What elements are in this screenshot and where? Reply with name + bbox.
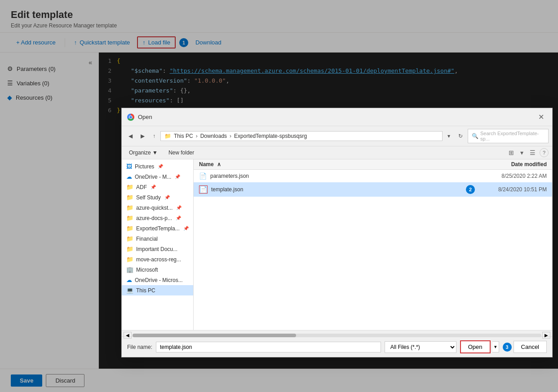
azure-quickst-icon: 📁 <box>126 204 133 211</box>
file-name-label: File name: <box>127 344 152 350</box>
folder-move-across[interactable]: 📁 move-across-reg... <box>122 254 193 264</box>
view-dropdown-button[interactable]: ▾ <box>518 148 526 157</box>
portal-background: Edit template Edit your Azure Resource M… <box>0 0 558 392</box>
dialog-action-bar: Organize ▼ New folder ⊞ ▾ ☰ ? <box>122 146 552 159</box>
path-bar: 📁 This PC › Downloads › ExportedTemplate… <box>160 131 443 141</box>
path-arrow-2: › <box>230 133 231 139</box>
onedrive-microsoft-icon: ☁ <box>126 277 132 283</box>
important-docs-icon: 📁 <box>126 246 133 252</box>
dialog-close-button[interactable]: ✕ <box>536 112 547 122</box>
step-3-badge: 3 <box>503 343 512 352</box>
template-file-icon: 📄 <box>199 185 208 194</box>
path-this-pc: This PC <box>174 133 193 139</box>
adf-icon: 📁 <box>126 184 133 190</box>
folder-pictures[interactable]: 🖼 Pictures 📌 <box>122 161 193 172</box>
folder-azure-quickst[interactable]: 📁 azure-quickst... 📌 <box>122 203 193 213</box>
chrome-icon <box>127 113 134 121</box>
folder-exported-template[interactable]: 📁 ExportedTempla... 📌 <box>122 223 193 233</box>
file-date-template: 8/24/2020 10:51 PM <box>475 186 547 193</box>
file-list-panel: Name ∧ Date modified 📄 parameters.json 8… <box>194 159 552 330</box>
dialog-nav-toolbar: ◀ ▶ ↑ 📁 This PC › Downloads › ExportedTe… <box>122 126 552 146</box>
horizontal-scrollbar[interactable]: ◀ ▶ <box>122 330 552 336</box>
refresh-button[interactable]: ↻ <box>455 131 466 141</box>
this-pc-icon: 💻 <box>126 287 133 294</box>
folder-this-pc[interactable]: 💻 This PC <box>122 285 193 295</box>
self-study-icon: 📁 <box>126 194 133 201</box>
file-name-template: template.json <box>211 186 464 193</box>
help-button[interactable]: ? <box>540 148 549 157</box>
step-2-badge: 2 <box>466 185 475 194</box>
folder-onedrive-microsoft[interactable]: ☁ OneDrive - Micros... <box>122 275 193 285</box>
dialog-body: 🖼 Pictures 📌 ☁ OneDrive - M... 📌 📁 ADF 📌… <box>122 159 552 330</box>
dialog-title: Open <box>138 114 152 120</box>
azure-docs-p-icon: 📁 <box>126 215 133 221</box>
file-type-select[interactable]: All Files (*.*) <box>385 341 456 353</box>
scroll-right-button[interactable]: ▶ <box>542 332 550 339</box>
view-buttons: ⊞ ▾ ☰ ? <box>506 148 549 157</box>
pictures-icon: 🖼 <box>126 163 132 170</box>
path-downloads: Downloads <box>200 133 227 139</box>
path-folder: ExportedTemplate-spsbusqsrg <box>234 133 307 139</box>
col-date-header[interactable]: Date modified <box>475 161 547 167</box>
financial-icon: 📁 <box>126 235 133 242</box>
folder-onedrive-m[interactable]: ☁ OneDrive - M... 📌 <box>122 172 193 182</box>
back-button[interactable]: ◀ <box>125 131 136 141</box>
folder-adf[interactable]: 📁 ADF 📌 <box>122 182 193 192</box>
folder-important-docs[interactable]: 📁 Important Docu... <box>122 244 193 254</box>
path-arrow-1: › <box>196 133 198 139</box>
onedrive-m-icon: ☁ <box>126 173 132 180</box>
folder-tree: 🖼 Pictures 📌 ☁ OneDrive - M... 📌 📁 ADF 📌… <box>122 159 194 330</box>
footer-buttons: Open ▾ 3 Cancel <box>460 340 547 353</box>
path-dropdown-button[interactable]: ▾ <box>444 131 453 141</box>
path-folder-icon: 📁 <box>164 133 171 139</box>
file-item-parameters[interactable]: 📄 parameters.json 8/25/2020 2:22 AM <box>194 170 552 182</box>
file-name-input[interactable] <box>156 342 381 352</box>
file-list-header: Name ∧ Date modified <box>194 159 552 170</box>
open-dropdown-button[interactable]: ▾ <box>492 341 499 352</box>
move-across-icon: 📁 <box>126 256 133 263</box>
file-dialog: Open ✕ ◀ ▶ ↑ 📁 This PC › Downloads › Exp… <box>121 108 553 357</box>
open-button[interactable]: Open <box>460 340 491 353</box>
organize-button[interactable]: Organize ▼ <box>125 148 161 157</box>
file-item-template[interactable]: 📄 template.json 2 8/24/2020 10:51 PM <box>194 182 552 197</box>
up-button[interactable]: ↑ <box>150 131 159 141</box>
file-list: 📄 parameters.json 8/25/2020 2:22 AM 📄 te… <box>194 170 552 330</box>
folder-self-study[interactable]: 📁 Self Study 📌 <box>122 192 193 203</box>
new-folder-button[interactable]: New folder <box>165 148 198 157</box>
dialog-titlebar: Open ✕ <box>122 108 552 126</box>
forward-button[interactable]: ▶ <box>137 131 148 141</box>
cancel-button[interactable]: Cancel <box>514 341 547 353</box>
microsoft-icon: 🏢 <box>126 266 133 273</box>
folder-microsoft[interactable]: 🏢 Microsoft <box>122 264 193 275</box>
parameters-file-icon: 📄 <box>199 172 207 180</box>
exported-template-icon: 📁 <box>126 225 133 232</box>
file-date-parameters: 8/25/2020 2:22 AM <box>475 173 547 179</box>
search-bar: 🔍 Search ExportedTemplate-sp... <box>468 129 549 143</box>
col-name-header[interactable]: Name ∧ <box>199 161 475 167</box>
scroll-left-button[interactable]: ◀ <box>124 332 132 339</box>
folder-financial[interactable]: 📁 Financial <box>122 233 193 244</box>
search-icon: 🔍 <box>472 133 478 139</box>
view-details-button[interactable]: ☰ <box>527 148 538 157</box>
view-list-button[interactable]: ⊞ <box>506 148 516 157</box>
folder-azure-docs-p[interactable]: 📁 azure-docs-p... 📌 <box>122 213 193 223</box>
file-name-parameters: parameters.json <box>210 173 475 179</box>
